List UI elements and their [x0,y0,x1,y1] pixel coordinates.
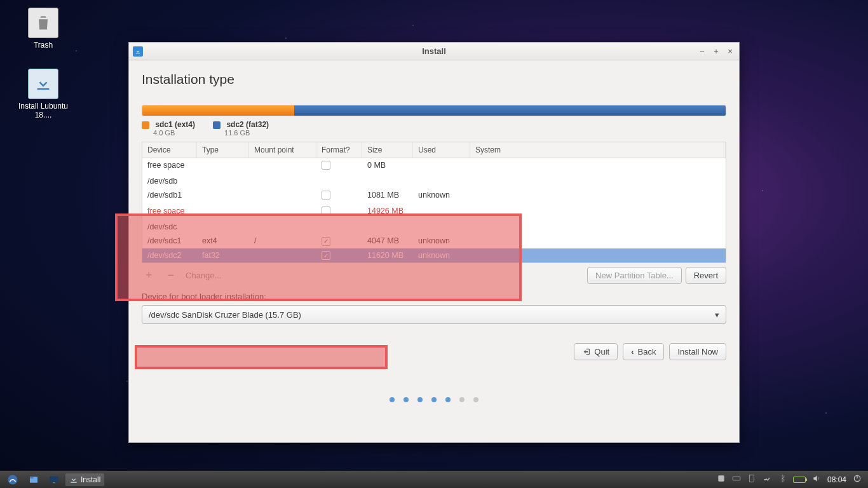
desktop-install-label: Install Lubuntu 18.... [18,102,69,119]
col-type[interactable]: Type [197,142,249,158]
bootloader-label: Device for boot loader installation: [142,292,726,301]
back-button[interactable]: ‹ Back [623,343,664,360]
disk-legend: sdc1 (ext4) 4.0 GB sdc2 (fat32) 11.6 GB [142,120,726,137]
chevron-down-icon: ▾ [715,310,719,320]
col-system[interactable]: System [470,142,726,158]
bootloader-device-value: /dev/sdc SanDisk Cruzer Blade (15.7 GB) [149,310,301,320]
desktop-install-launcher[interactable]: Install Lubuntu 18.... [18,69,69,119]
taskbar-app-install[interactable]: Install [65,473,105,487]
format-checkbox[interactable] [322,191,330,200]
col-format[interactable]: Format? [316,142,362,158]
file-manager-icon [29,475,39,485]
trash-icon [28,8,58,38]
install-now-label: Install Now [677,347,718,356]
window-title: Install [129,46,739,56]
tray-clipboard-icon[interactable] [747,474,756,485]
app-icon [133,46,143,57]
remove-partition-button[interactable]: − [164,269,179,282]
show-desktop-button[interactable] [44,473,64,487]
svg-rect-5 [718,475,724,481]
legend-swatch-sdc1 [142,121,149,129]
taskbar-app-label: Install [81,475,100,484]
col-used[interactable]: Used [413,142,470,158]
legend-sdc1-size: 4.0 GB [153,129,195,137]
svg-rect-4 [53,482,55,483]
back-button-label: Back [638,347,656,356]
col-mount[interactable]: Mount point [249,142,316,158]
chevron-left-icon: ‹ [631,347,634,356]
install-icon [28,69,58,99]
partition-table[interactable]: Device Type Mount point Format? Size Use… [142,142,726,263]
svg-rect-2 [30,477,33,478]
col-device[interactable]: Device [142,142,197,158]
window-close[interactable]: × [725,46,735,57]
tray-bluetooth-icon[interactable] [778,474,787,485]
legend-swatch-sdc2 [213,121,220,129]
add-partition-button[interactable]: + [142,269,156,282]
disk-segment-sdc2 [294,105,726,116]
new-partition-table-button[interactable]: New Partition Table... [587,267,682,284]
svg-rect-3 [50,476,58,482]
desktop-icon [49,475,59,485]
quit-button-label: Quit [594,347,609,356]
titlebar[interactable]: Install − + × [129,43,739,60]
install-now-button[interactable]: Install Now [669,343,726,360]
table-row[interactable]: /dev/sdb [142,174,726,188]
table-row[interactable]: free space14926 MB [142,204,726,220]
table-row[interactable]: /dev/sdb11081 MBunknown [142,188,726,204]
partition-table-header: Device Type Mount point Format? Size Use… [142,142,726,158]
table-row[interactable]: /dev/sdc2fat32✓11620 MBunknown [142,248,726,263]
bootloader-device-select[interactable]: /dev/sdc SanDisk Cruzer Blade (15.7 GB) … [142,305,726,324]
install-icon [69,475,78,484]
window-minimize[interactable]: − [697,46,707,57]
tray-volume-icon[interactable] [812,474,821,485]
tray-clock[interactable]: 08:04 [827,475,846,484]
svg-rect-6 [733,477,740,480]
format-checkbox[interactable]: ✓ [322,237,330,246]
tray-keyboard-icon[interactable] [732,474,741,485]
tray-power-icon[interactable] [853,474,862,485]
window-maximize[interactable]: + [711,46,721,57]
col-size[interactable]: Size [362,142,413,158]
system-tray: 08:04 [717,474,865,485]
format-checkbox[interactable] [322,207,330,215]
table-row[interactable]: /dev/sdc [142,220,726,234]
table-row[interactable]: free space0 MB [142,158,726,174]
desktop-trash[interactable]: Trash [18,8,69,50]
quit-button[interactable]: Quit [574,343,618,360]
format-checkbox[interactable] [322,161,330,170]
legend-sdc2-size: 11.6 GB [224,129,269,137]
disk-usage-bar [142,105,726,116]
quit-icon [582,348,590,356]
revert-button[interactable]: Revert [686,267,726,284]
change-partition-button[interactable]: Change... [186,271,221,280]
table-row[interactable]: /dev/sdc1ext4/✓4047 MBunknown [142,234,726,248]
tray-battery-icon[interactable] [793,477,806,483]
file-manager-launcher[interactable] [24,473,43,487]
page-heading: Installation type [142,72,726,87]
tray-network-icon[interactable] [763,474,771,485]
format-checkbox[interactable]: ✓ [322,251,330,260]
legend-sdc1-title: sdc1 (ext4) [155,120,195,129]
svg-rect-7 [749,475,754,482]
legend-sdc2-title: sdc2 (fat32) [226,120,269,129]
installer-window: Install − + × Installation type sdc1 (ex… [128,42,740,443]
lubuntu-logo-icon [7,474,18,485]
tray-updates-icon[interactable] [717,474,726,485]
start-menu-button[interactable] [3,473,23,487]
taskbar[interactable]: Install 08:04 [0,470,868,488]
disk-segment-sdc1 [142,105,294,116]
progress-dots [142,395,726,404]
desktop-trash-label: Trash [18,41,69,50]
